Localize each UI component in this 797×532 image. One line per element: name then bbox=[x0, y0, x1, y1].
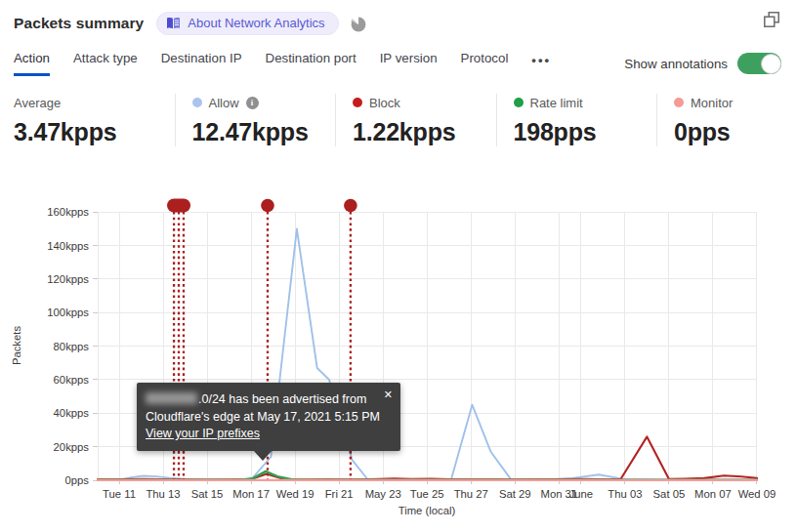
x-tick-label: Wed 09 bbox=[738, 488, 776, 500]
x-tick-label: Mon 17 bbox=[232, 488, 270, 500]
y-tick-label: 40kpps bbox=[54, 407, 90, 419]
tab-ip-version[interactable]: IP version bbox=[380, 51, 438, 76]
toggle-knob bbox=[761, 54, 781, 74]
stat-label: Average bbox=[14, 96, 61, 110]
x-tick-label: Sat 29 bbox=[499, 488, 531, 500]
stat-rate-limit: Rate limit 198pps bbox=[496, 94, 657, 146]
stat-value: 198pps bbox=[514, 118, 657, 146]
monitor-legend-dot bbox=[674, 98, 684, 107]
tab-protocol[interactable]: Protocol bbox=[461, 51, 509, 76]
x-tick-label: Tue 11 bbox=[103, 488, 136, 500]
x-tick-label: Fri 21 bbox=[325, 488, 354, 500]
popout-icon[interactable] bbox=[762, 10, 781, 29]
y-tick-label: 140kpps bbox=[47, 240, 89, 252]
x-tick-label: June bbox=[569, 488, 594, 500]
y-tick-label: 0pps bbox=[65, 474, 90, 486]
about-network-analytics-badge[interactable]: About Network Analytics bbox=[156, 12, 338, 35]
series-line-rate-limit bbox=[98, 471, 757, 480]
stat-average: Average 3.47kpps bbox=[14, 94, 175, 146]
stat-value: 12.47kpps bbox=[192, 118, 336, 146]
tab-bar: Action Attack type Destination IP Destin… bbox=[14, 51, 781, 76]
rate-limit-legend-dot bbox=[514, 98, 524, 107]
x-axis-title: Time (local) bbox=[398, 505, 456, 516]
info-icon[interactable]: i bbox=[246, 97, 259, 109]
y-axis-title: Packets bbox=[11, 326, 22, 366]
tab-destination-ip[interactable]: Destination IP bbox=[161, 51, 242, 76]
axis-labels: 0pps20kpps40kpps60kpps80kpps100kpps120kp… bbox=[11, 206, 776, 516]
y-tick-label: 120kpps bbox=[47, 273, 89, 285]
stat-label: Rate limit bbox=[530, 96, 583, 110]
y-tick-label: 60kpps bbox=[54, 374, 90, 386]
stat-label: Monitor bbox=[691, 96, 733, 110]
packets-time-series-chart: 0pps20kpps40kpps60kpps80kpps100kpps120kp… bbox=[0, 0, 797, 532]
x-tick-label: Wed 19 bbox=[276, 488, 315, 500]
tooltip-text-line2: Cloudflare's edge at May 17, 2021 5:15 P… bbox=[146, 409, 389, 427]
x-tick-label: Tue 25 bbox=[410, 488, 444, 500]
y-tick-label: 160kpps bbox=[47, 206, 89, 218]
tabs-overflow-button[interactable]: ••• bbox=[531, 53, 551, 75]
stat-value: 1.22kpps bbox=[353, 118, 496, 146]
x-tick-label: May 23 bbox=[365, 488, 401, 500]
x-tick-label: Mon 31 bbox=[540, 488, 577, 500]
tabs: Action Attack type Destination IP Destin… bbox=[14, 51, 551, 76]
show-annotations-toggle[interactable] bbox=[737, 53, 781, 74]
x-tick-label: Sat 15 bbox=[191, 488, 224, 500]
stat-label: Block bbox=[369, 96, 400, 110]
x-tick-label: Mon 07 bbox=[694, 488, 732, 500]
show-annotations-control: Show annotations bbox=[624, 53, 781, 74]
view-ip-prefixes-link[interactable]: View your IP prefixes bbox=[146, 426, 260, 443]
block-legend-dot bbox=[353, 98, 362, 107]
y-tick-label: 80kpps bbox=[54, 341, 90, 352]
header: Packets summary About Network Analytics bbox=[14, 10, 783, 37]
stats-row: Average 3.47kpps Allow i 12.47kpps Block… bbox=[14, 94, 797, 146]
stat-value: 3.47kpps bbox=[14, 118, 175, 146]
stat-allow: Allow i 12.47kpps bbox=[175, 94, 336, 146]
stat-monitor: Monitor 0pps bbox=[656, 94, 797, 146]
tab-attack-type[interactable]: Attack type bbox=[73, 51, 138, 76]
tooltip-text-line1: .0/24 has been advertised from bbox=[146, 391, 389, 409]
allow-legend-dot bbox=[192, 98, 202, 107]
page-title: Packets summary bbox=[14, 15, 144, 32]
redacted-ip-prefix bbox=[146, 392, 197, 404]
stat-label: Allow bbox=[209, 96, 239, 110]
tab-destination-port[interactable]: Destination port bbox=[266, 51, 357, 76]
y-tick-label: 20kpps bbox=[54, 441, 90, 453]
annotation-tooltip: ✕ .0/24 has been advertised from Cloudfl… bbox=[137, 383, 400, 451]
y-tick-label: 100kpps bbox=[47, 307, 89, 318]
tooltip-caret bbox=[253, 450, 273, 461]
x-tick-label: Thu 27 bbox=[454, 488, 488, 500]
x-tick-label: Thu 13 bbox=[146, 488, 180, 500]
badge-label: About Network Analytics bbox=[188, 16, 324, 30]
book-icon bbox=[166, 17, 181, 29]
x-tick-label: Thu 03 bbox=[608, 488, 642, 500]
show-annotations-label: Show annotations bbox=[624, 57, 728, 71]
tooltip-close-icon[interactable]: ✕ bbox=[384, 387, 393, 404]
stat-block: Block 1.22kpps bbox=[335, 94, 496, 146]
tab-action[interactable]: Action bbox=[14, 51, 50, 76]
stat-value: 0pps bbox=[674, 118, 797, 146]
pie-chart-icon bbox=[350, 16, 366, 32]
x-tick-label: Sat 05 bbox=[653, 488, 686, 500]
